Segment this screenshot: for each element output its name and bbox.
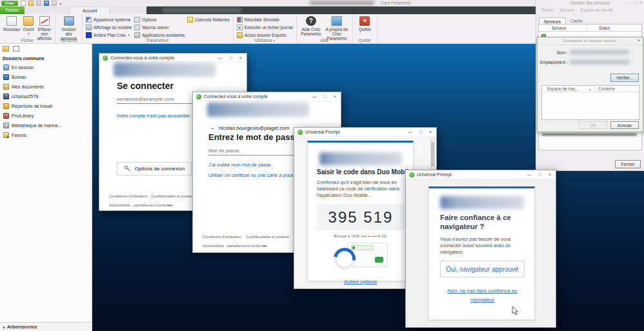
duo-trust-titlebar[interactable]: Universal Prompt — □ × <box>406 170 556 179</box>
back-icon[interactable]: ← <box>210 125 216 131</box>
tab-bar-dark-strip <box>146 6 536 14</box>
verify-button[interactable]: Vérifier... <box>610 74 639 82</box>
server-panel-controls: — □ × <box>627 1 642 5</box>
duo-code-titlebar[interactable]: Universal Prompt — □ × <box>294 128 436 137</box>
open-button[interactable]: Ouvrir ▾ <box>23 15 35 36</box>
trust-browser-approve-button[interactable]: Oui, navigateur approuvé <box>440 261 525 277</box>
minimize-icon[interactable]: — <box>218 55 223 60</box>
fermer-button[interactable]: Fermer <box>615 160 641 168</box>
model-tree-footer[interactable]: ▸ Arborescence <box>0 322 92 331</box>
sidebar-item-favoris[interactable]: Favoris <box>0 130 92 140</box>
terms-link[interactable]: Conditions d'utilisation <box>203 235 241 239</box>
utilitaires-dropdown-icon[interactable]: ▾ <box>273 39 275 43</box>
forgot-password-link[interactable]: J'ai oublié mon mot de passe <box>208 162 271 168</box>
scrollbar-thumb[interactable] <box>431 142 434 166</box>
add-folder-icon[interactable] <box>3 46 9 52</box>
privacy-link[interactable]: Confidentialité et cookies <box>246 235 289 239</box>
sent-to-text: Envoyé à "iOS" (••• •• ••• •9 31) <box>308 234 413 238</box>
run-journal-file-button[interactable]: Exécuter un fichier journal <box>237 24 293 30</box>
other-options-link[interactable]: Autres options <box>344 279 377 285</box>
accessibility-link[interactable]: Accessibilité : partiellement conforme <box>109 203 173 207</box>
column-statut[interactable]: Statut <box>587 26 610 30</box>
folder-view-icon[interactable] <box>13 46 19 52</box>
close-icon[interactable]: × <box>548 172 551 177</box>
sidebar-item-manikin-library[interactable]: Bibliothèque de manne... <box>0 121 92 130</box>
sort-ascending-icon[interactable]: ▲ <box>589 87 595 91</box>
duo-icon <box>297 130 303 135</box>
trust-browser-deny-link[interactable]: Non, ne pas faire confiance au navigateu… <box>447 288 518 303</box>
certificate-link[interactable]: Utiliser un certificat ou une carte à pu… <box>208 172 294 178</box>
column-contexte[interactable]: Contexte <box>595 86 615 91</box>
quick-access-dropdown-icon[interactable]: ▾ <box>59 1 61 6</box>
model-display-button[interactable]: Affichage du modèle <box>86 24 132 30</box>
password-field[interactable] <box>208 146 304 155</box>
open-file-icon[interactable] <box>28 1 34 6</box>
location-field-redacted[interactable] <box>570 59 629 65</box>
minimize-icon[interactable]: — <box>312 94 317 99</box>
quit-close-icon: × <box>359 16 370 26</box>
signin-dialog-titlebar[interactable]: Connectez-vous à votre compte — □ × <box>99 54 247 63</box>
new-file-icon[interactable] <box>21 1 26 6</box>
creo-background-button[interactable]: Arrière Plan Creo ▾ <box>86 32 132 38</box>
about-button[interactable]: A propos de Creo Parametric <box>325 15 349 41</box>
panel-maximize-icon[interactable]: □ <box>634 1 637 5</box>
sidebar-item-mes-documents[interactable]: Mes documents <box>0 82 92 92</box>
sidebar-item-en-session[interactable]: En session <box>0 63 92 72</box>
maximize-icon[interactable]: □ <box>419 130 422 134</box>
menu-fichier[interactable]: Fichier <box>541 8 554 12</box>
system-appearance-icon <box>86 17 92 23</box>
floating-licenses-button[interactable]: Licences flottantes <box>187 16 230 23</box>
options-button[interactable]: Options <box>134 16 185 23</box>
sidebar-item-pro-library[interactable]: Pro/Library <box>0 111 92 121</box>
system-appearance-button[interactable]: Apparence système <box>86 16 132 23</box>
erase-not-displayed-button[interactable]: Effacer non affichés <box>37 15 52 41</box>
signin-options-button[interactable]: Options de connexion <box>117 162 192 176</box>
column-workspace[interactable]: Espace de trav... <box>542 86 589 91</box>
minimize-icon[interactable]: — <box>527 172 532 177</box>
tab-accueil[interactable]: Accueil <box>70 6 110 14</box>
help-button[interactable]: ? Aide Creo Parametric <box>300 15 322 36</box>
sidebar-item-working-directory[interactable]: Répertoire de travail <box>0 101 92 111</box>
close-icon[interactable]: × <box>429 130 432 134</box>
more-options-icon[interactable]: ••• <box>167 203 171 207</box>
privacy-link[interactable]: Confidentialité et cookies <box>151 194 194 198</box>
terms-link[interactable]: Conditions d'utilisation <box>109 194 148 198</box>
column-serveur[interactable]: Serveur <box>539 26 587 30</box>
more-options-icon[interactable]: ••• <box>263 244 267 248</box>
sidebar-item-bureau[interactable]: Bureau <box>0 72 92 82</box>
maximize-icon[interactable]: □ <box>539 172 541 177</box>
name-field-redacted[interactable] <box>570 50 629 55</box>
register-dialog-close-icon[interactable]: × <box>638 38 640 43</box>
minimize-icon[interactable]: — <box>408 130 412 134</box>
approve-badge-illustration <box>375 257 383 263</box>
quit-button[interactable]: × Quitter <box>356 15 374 32</box>
password-dialog-titlebar[interactable]: Connectez-vous à votre compte — □ × <box>193 92 341 101</box>
redacted-title-segment <box>310 1 374 5</box>
close-icon[interactable]: × <box>239 55 242 60</box>
maximize-icon[interactable]: □ <box>230 55 232 60</box>
org-logo-redacted <box>114 63 216 77</box>
undo-icon[interactable] <box>52 1 57 6</box>
ok-button[interactable]: OK <box>579 121 607 129</box>
regenerate-icon[interactable] <box>44 1 49 6</box>
account-help-link[interactable]: Votre compte n'est pas accessible ? <box>117 113 194 119</box>
menu-espace-de-travail[interactable]: Espace de travail <box>580 8 612 12</box>
password-dialog-icon <box>196 94 201 99</box>
tab-fichier[interactable]: Fichier <box>0 6 25 14</box>
simulate-results-button[interactable]: Résultats Simulate <box>237 16 293 23</box>
keyboard-macros-button[interactable]: Macros clavier <box>134 24 185 30</box>
exports-folder-button[interactable]: Accès dossier Exports <box>237 32 293 38</box>
new-button[interactable]: Nouveau <box>3 15 20 32</box>
panel-minimize-icon[interactable]: — <box>627 1 631 5</box>
save-icon[interactable] <box>36 1 41 6</box>
server-management-button[interactable]: Gestion des serveurs <box>59 15 79 41</box>
maximize-icon[interactable]: □ <box>324 94 327 99</box>
menu-serveur[interactable]: Serveur <box>560 8 575 12</box>
panel-close-icon[interactable]: × <box>639 1 642 5</box>
sidebar-item-computer[interactable]: cchplopi2578 <box>0 92 92 101</box>
cancel-button[interactable]: Annuler <box>610 121 639 129</box>
tree-expand-icon[interactable]: ▸ <box>3 325 5 329</box>
accessibility-link[interactable]: Accessibilité : partiellement conforme <box>203 244 267 248</box>
auxiliary-applications-button[interactable]: Applications auxiliaires <box>134 32 185 38</box>
close-icon[interactable]: × <box>334 94 336 99</box>
